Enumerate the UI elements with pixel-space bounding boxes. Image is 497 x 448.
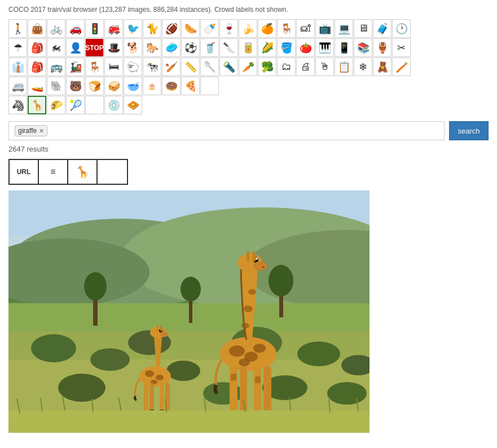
- icon-bottle[interactable]: 🍼: [200, 19, 219, 38]
- icon-taco[interactable]: 🌮: [47, 96, 65, 114]
- icon-spoon[interactable]: 🥄: [200, 57, 219, 76]
- icon-boat[interactable]: 🚤: [28, 77, 46, 95]
- view-blank-button[interactable]: [98, 160, 127, 184]
- icon-sheep[interactable]: 🐑: [124, 57, 142, 76]
- icon-motorcycle[interactable]: 🏍: [47, 38, 65, 57]
- icon-broccoli[interactable]: 🥦: [258, 57, 276, 76]
- search-tag[interactable]: giraffe ✕: [15, 125, 47, 136]
- icon-car[interactable]: 🚗: [66, 19, 85, 38]
- icon-bird[interactable]: 🐦: [124, 19, 142, 38]
- view-list-button[interactable]: ≡: [39, 160, 68, 184]
- icon-laptop[interactable]: 💻: [335, 19, 353, 38]
- icon-bucket[interactable]: 🪣: [277, 38, 296, 57]
- icon-giraffe[interactable]: 🦒: [28, 96, 46, 114]
- icon-frisbee[interactable]: 🥏: [162, 38, 181, 57]
- icon-remote[interactable]: 📋: [335, 57, 353, 76]
- icon-keyboard[interactable]: 🎹: [315, 38, 334, 57]
- icon-cow[interactable]: 🐄: [143, 57, 161, 76]
- icon-tennis[interactable]: 🎾: [66, 96, 85, 114]
- icon-donut2[interactable]: 💿: [104, 96, 123, 114]
- icon-blank2[interactable]: [85, 96, 104, 114]
- icon-bowl[interactable]: 🥣: [124, 77, 142, 95]
- icon-bus[interactable]: 🚌: [47, 57, 65, 76]
- icon-book[interactable]: 📚: [354, 38, 372, 57]
- icon-mouse[interactable]: 🖱: [315, 57, 334, 76]
- icon-dog[interactable]: 🐕: [124, 38, 142, 57]
- icon-cat[interactable]: 🐈: [143, 19, 161, 38]
- icon-corn[interactable]: 🌽: [258, 38, 276, 57]
- icon-bat[interactable]: 🏏: [162, 57, 181, 76]
- icon-person[interactable]: 🚶: [8, 19, 27, 38]
- icon-handbag[interactable]: 👜: [28, 19, 46, 38]
- svg-point-52: [244, 305, 253, 312]
- svg-point-47: [229, 345, 245, 357]
- icon-couch[interactable]: 🛋: [296, 19, 315, 38]
- icon-clock[interactable]: 🕐: [392, 19, 411, 38]
- icon-sports-ball[interactable]: 🏈: [162, 19, 181, 38]
- icon-tomato[interactable]: 🍅: [296, 38, 315, 57]
- icon-tie[interactable]: 👔: [8, 57, 27, 76]
- icon-truck[interactable]: 🚐: [8, 77, 27, 95]
- icon-tv[interactable]: 📺: [315, 19, 334, 38]
- icon-carrot[interactable]: 🥕: [239, 57, 257, 76]
- icon-banana[interactable]: 🍌: [239, 19, 257, 38]
- view-image-button[interactable]: 🦒: [68, 160, 98, 184]
- icon-scissors[interactable]: ✂: [392, 38, 411, 57]
- icon-knife[interactable]: 🔪: [219, 38, 238, 57]
- icon-bed[interactable]: 🛏: [104, 57, 123, 76]
- icon-donut[interactable]: 🍩: [162, 77, 181, 95]
- url-label: URL: [17, 168, 31, 176]
- view-url-button[interactable]: URL: [10, 160, 39, 184]
- icon-printer[interactable]: 🖨: [296, 57, 315, 76]
- icon-phone[interactable]: 📱: [335, 38, 353, 57]
- icon-parking[interactable]: 🎩: [104, 38, 123, 57]
- search-input[interactable]: [50, 127, 438, 135]
- icon-backpack[interactable]: 🎒: [28, 38, 46, 57]
- icon-teddy-bear[interactable]: 🧸: [373, 57, 392, 76]
- icon-chair[interactable]: 🪑: [277, 19, 296, 38]
- icon-zebra[interactable]: 🦓: [8, 96, 27, 114]
- icon-toothbrush[interactable]: 🪥: [392, 57, 411, 76]
- svg-rect-59: [253, 251, 256, 261]
- icon-wine-glass[interactable]: 🍷: [219, 19, 238, 38]
- icon-suitcase[interactable]: 🧳: [373, 19, 392, 38]
- icon-vase[interactable]: 🏺: [373, 38, 392, 57]
- search-button[interactable]: search: [449, 121, 489, 140]
- icon-bear[interactable]: 🐻: [66, 77, 85, 95]
- icon-orange[interactable]: 🍊: [258, 19, 276, 38]
- icon-traffic-light[interactable]: 🚦: [85, 19, 104, 38]
- icon-flashlight[interactable]: 🔦: [219, 57, 238, 76]
- icon-elephant[interactable]: 🐘: [47, 77, 65, 95]
- icon-can[interactable]: 🥫: [239, 38, 257, 57]
- svg-rect-67: [231, 374, 236, 380]
- search-box[interactable]: giraffe ✕: [8, 121, 445, 140]
- icon-bag[interactable]: 🎒: [28, 57, 46, 76]
- icon-monitor[interactable]: 🖥: [354, 19, 372, 38]
- icon-umbrella[interactable]: ☂: [8, 38, 27, 57]
- icon-train[interactable]: 🚂: [66, 57, 85, 76]
- svg-point-25: [181, 277, 201, 301]
- icon-cake[interactable]: 🎂: [143, 77, 161, 95]
- svg-point-23: [269, 265, 293, 296]
- icon-ruler[interactable]: 📏: [181, 57, 200, 76]
- icon-hot-dog[interactable]: 🌭: [181, 19, 200, 38]
- icon-row-4: 🚐 🚤 🐘 🐻 🍞 🥪 🥣 🎂 🍩 🍕: [8, 77, 489, 95]
- icon-fire-hydrant[interactable]: 🚒: [104, 19, 123, 38]
- icon-pizza[interactable]: 🍕: [181, 77, 200, 95]
- svg-point-27: [145, 370, 154, 377]
- icon-bicycle[interactable]: 🚲: [47, 19, 65, 38]
- icon-folder[interactable]: 🗂: [277, 57, 296, 76]
- icon-bread[interactable]: 🍞: [85, 77, 104, 95]
- list-icon: ≡: [50, 167, 55, 177]
- icon-cup[interactable]: 🥤: [200, 38, 219, 57]
- icon-horse[interactable]: 🐎: [143, 38, 161, 57]
- tag-close-button[interactable]: ✕: [39, 127, 44, 135]
- icon-blank1[interactable]: [200, 77, 219, 95]
- icon-hair-drier[interactable]: ❄: [354, 57, 372, 76]
- icon-bench[interactable]: 🪑: [85, 57, 104, 76]
- icon-stop-sign[interactable]: STOP: [85, 38, 104, 57]
- icon-sandwich[interactable]: 🥪: [104, 77, 123, 95]
- icon-soccer[interactable]: ⚽: [181, 38, 200, 57]
- icon-waffle[interactable]: 🧇: [124, 96, 142, 114]
- icon-person2[interactable]: 👤: [66, 38, 85, 57]
